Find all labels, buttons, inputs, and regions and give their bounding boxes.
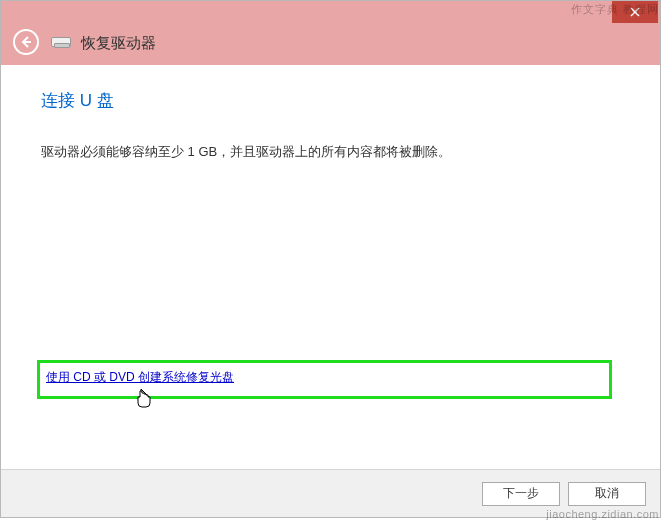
- link-highlight-box: 使用 CD 或 DVD 创建系统修复光盘: [37, 360, 612, 399]
- window-title: 恢复驱动器: [81, 34, 156, 53]
- instruction-text: 驱动器必须能够容纳至少 1 GB，并且驱动器上的所有内容都将被删除。: [41, 142, 620, 163]
- content-area: 连接 U 盘 驱动器必须能够容纳至少 1 GB，并且驱动器上的所有内容都将被删除…: [1, 65, 660, 469]
- back-button[interactable]: [13, 29, 39, 55]
- page-heading: 连接 U 盘: [41, 89, 620, 112]
- next-button[interactable]: 下一步: [482, 482, 560, 506]
- arrow-left-icon: [19, 35, 33, 49]
- cancel-button[interactable]: 取消: [568, 482, 646, 506]
- watermark-site: jiaocheng.zidian.com: [546, 508, 659, 520]
- cursor-icon: [135, 387, 155, 411]
- create-repair-disc-link[interactable]: 使用 CD 或 DVD 创建系统修复光盘: [46, 370, 234, 384]
- titlebar: 恢复驱动器: [1, 1, 660, 65]
- dialog-window: 恢复驱动器 连接 U 盘 驱动器必须能够容纳至少 1 GB，并且驱动器上的所有内…: [0, 0, 661, 518]
- drive-icon: [51, 37, 71, 49]
- watermark-brand: 作文字典 教程网: [571, 2, 659, 17]
